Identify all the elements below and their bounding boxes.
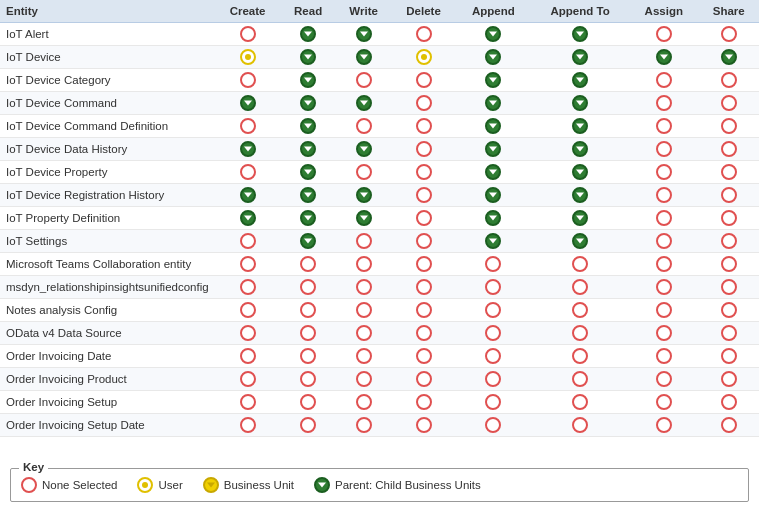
create-cell[interactable]: [215, 299, 281, 322]
share-cell[interactable]: [698, 69, 759, 92]
appendTo-cell[interactable]: [531, 92, 629, 115]
write-cell[interactable]: [336, 138, 392, 161]
write-cell[interactable]: [336, 115, 392, 138]
append-cell[interactable]: [456, 207, 531, 230]
appendTo-cell[interactable]: [531, 207, 629, 230]
create-cell[interactable]: [215, 184, 281, 207]
appendTo-cell[interactable]: [531, 138, 629, 161]
assign-cell[interactable]: [629, 345, 698, 368]
share-cell[interactable]: [698, 92, 759, 115]
create-cell[interactable]: [215, 414, 281, 437]
delete-cell[interactable]: [392, 207, 456, 230]
create-cell[interactable]: [215, 92, 281, 115]
append-cell[interactable]: [456, 69, 531, 92]
write-cell[interactable]: [336, 184, 392, 207]
assign-cell[interactable]: [629, 207, 698, 230]
assign-cell[interactable]: [629, 414, 698, 437]
share-cell[interactable]: [698, 253, 759, 276]
append-cell[interactable]: [456, 299, 531, 322]
delete-cell[interactable]: [392, 322, 456, 345]
create-cell[interactable]: [215, 115, 281, 138]
appendTo-cell[interactable]: [531, 253, 629, 276]
write-cell[interactable]: [336, 414, 392, 437]
assign-cell[interactable]: [629, 23, 698, 46]
appendTo-cell[interactable]: [531, 46, 629, 69]
write-cell[interactable]: [336, 69, 392, 92]
delete-cell[interactable]: [392, 46, 456, 69]
assign-cell[interactable]: [629, 253, 698, 276]
assign-cell[interactable]: [629, 322, 698, 345]
delete-cell[interactable]: [392, 253, 456, 276]
appendTo-cell[interactable]: [531, 299, 629, 322]
write-cell[interactable]: [336, 161, 392, 184]
assign-cell[interactable]: [629, 92, 698, 115]
delete-cell[interactable]: [392, 161, 456, 184]
appendTo-cell[interactable]: [531, 276, 629, 299]
appendTo-cell[interactable]: [531, 115, 629, 138]
delete-cell[interactable]: [392, 138, 456, 161]
write-cell[interactable]: [336, 207, 392, 230]
write-cell[interactable]: [336, 368, 392, 391]
append-cell[interactable]: [456, 391, 531, 414]
read-cell[interactable]: [280, 115, 335, 138]
assign-cell[interactable]: [629, 230, 698, 253]
create-cell[interactable]: [215, 253, 281, 276]
share-cell[interactable]: [698, 368, 759, 391]
create-cell[interactable]: [215, 46, 281, 69]
delete-cell[interactable]: [392, 345, 456, 368]
append-cell[interactable]: [456, 161, 531, 184]
append-cell[interactable]: [456, 138, 531, 161]
delete-cell[interactable]: [392, 69, 456, 92]
delete-cell[interactable]: [392, 276, 456, 299]
share-cell[interactable]: [698, 276, 759, 299]
append-cell[interactable]: [456, 322, 531, 345]
share-cell[interactable]: [698, 391, 759, 414]
write-cell[interactable]: [336, 92, 392, 115]
read-cell[interactable]: [280, 391, 335, 414]
create-cell[interactable]: [215, 138, 281, 161]
share-cell[interactable]: [698, 138, 759, 161]
create-cell[interactable]: [215, 368, 281, 391]
append-cell[interactable]: [456, 414, 531, 437]
append-cell[interactable]: [456, 276, 531, 299]
delete-cell[interactable]: [392, 115, 456, 138]
appendTo-cell[interactable]: [531, 368, 629, 391]
read-cell[interactable]: [280, 161, 335, 184]
share-cell[interactable]: [698, 299, 759, 322]
write-cell[interactable]: [336, 276, 392, 299]
delete-cell[interactable]: [392, 23, 456, 46]
append-cell[interactable]: [456, 230, 531, 253]
appendTo-cell[interactable]: [531, 184, 629, 207]
read-cell[interactable]: [280, 69, 335, 92]
append-cell[interactable]: [456, 253, 531, 276]
share-cell[interactable]: [698, 345, 759, 368]
read-cell[interactable]: [280, 207, 335, 230]
assign-cell[interactable]: [629, 46, 698, 69]
read-cell[interactable]: [280, 138, 335, 161]
appendTo-cell[interactable]: [531, 161, 629, 184]
create-cell[interactable]: [215, 23, 281, 46]
write-cell[interactable]: [336, 23, 392, 46]
delete-cell[interactable]: [392, 414, 456, 437]
write-cell[interactable]: [336, 230, 392, 253]
assign-cell[interactable]: [629, 368, 698, 391]
read-cell[interactable]: [280, 230, 335, 253]
delete-cell[interactable]: [392, 391, 456, 414]
appendTo-cell[interactable]: [531, 69, 629, 92]
read-cell[interactable]: [280, 23, 335, 46]
create-cell[interactable]: [215, 322, 281, 345]
create-cell[interactable]: [215, 345, 281, 368]
create-cell[interactable]: [215, 69, 281, 92]
share-cell[interactable]: [698, 23, 759, 46]
share-cell[interactable]: [698, 230, 759, 253]
appendTo-cell[interactable]: [531, 322, 629, 345]
read-cell[interactable]: [280, 414, 335, 437]
read-cell[interactable]: [280, 92, 335, 115]
append-cell[interactable]: [456, 46, 531, 69]
append-cell[interactable]: [456, 115, 531, 138]
read-cell[interactable]: [280, 345, 335, 368]
write-cell[interactable]: [336, 299, 392, 322]
assign-cell[interactable]: [629, 69, 698, 92]
share-cell[interactable]: [698, 207, 759, 230]
read-cell[interactable]: [280, 368, 335, 391]
